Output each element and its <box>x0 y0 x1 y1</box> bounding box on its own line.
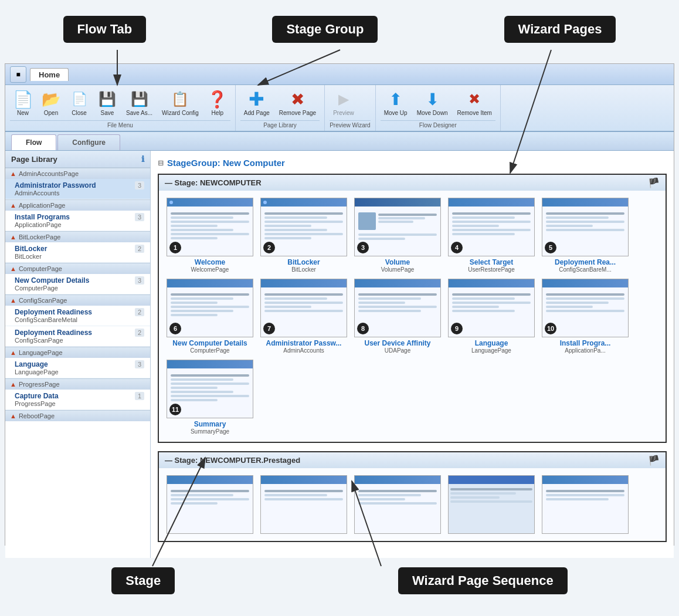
wizard-config-label: Wizard Config <box>162 110 199 117</box>
wizard-config-icon: 📋 <box>171 90 189 109</box>
configure-tab[interactable]: Configure <box>57 134 120 150</box>
page-name-1: Welcome <box>195 258 225 266</box>
sidebar-item-deploy2-sub: ConfigScanPage <box>15 337 92 344</box>
sidebar-category-expand-reboot: ▲ <box>10 412 16 419</box>
save-label: Save <box>101 110 114 117</box>
wizard-page-sequence-annotation: Wizard Page Sequence <box>398 567 568 594</box>
page-thumbnail-4: 4 <box>448 198 535 256</box>
preview-wizard-label: Preview Wizard <box>330 120 370 128</box>
sidebar-item-computer-name: New Computer Details <box>15 276 89 285</box>
flow-tab[interactable]: Flow <box>11 134 56 150</box>
file-menu-label: File Menu <box>10 120 230 128</box>
move-down-button[interactable]: ⬇ Move Down <box>413 87 451 119</box>
page-card-5[interactable]: 5 Deployment Rea... ConfigScanBareM... <box>541 198 629 273</box>
page-name-10: Install Progra... <box>560 339 611 347</box>
close-icon: 📄 <box>70 90 89 109</box>
sidebar-item-deploy-ready-2[interactable]: Deployment Readiness ConfigScanPage 2 <box>5 326 150 347</box>
help-button[interactable]: ❓ Help <box>205 87 230 119</box>
add-page-button[interactable]: ✚ Add Page <box>240 87 273 119</box>
sidebar-item-deploy1-count: 2 <box>135 308 144 316</box>
sidebar-category-expand-admin: ▲ <box>10 170 16 177</box>
close-button[interactable]: 📄 Close <box>66 87 92 119</box>
page-card-9[interactable]: 9 Language LanguagePage <box>447 279 535 354</box>
page-card-11[interactable]: 11 Summary SummaryPage <box>166 360 254 435</box>
open-button[interactable]: 📂 Open <box>38 87 64 119</box>
page-card-10[interactable]: 10 Install Progra... ApplicationPa... <box>541 279 629 354</box>
page-card-6[interactable]: 6 New Computer Details ComputerPage <box>166 279 254 354</box>
new-label: New <box>17 110 29 117</box>
remove-page-button[interactable]: ✖ Remove Page <box>276 87 320 119</box>
sidebar-category-label-language: LanguagePage <box>19 349 63 356</box>
preview-button[interactable]: ▶ Preview <box>330 87 358 119</box>
sidebar-item-computer-details[interactable]: New Computer Details ComputerPage 3 <box>5 274 150 295</box>
stage-block-prestaged: — Stage: NEWCOMPUTER.Prestaged 🏴 <box>158 451 667 542</box>
sidebar-item-language-count: 3 <box>135 360 144 368</box>
page-card-2[interactable]: 2 BitLocker BitLocker <box>260 198 348 273</box>
page-number-10: 10 <box>545 323 556 334</box>
stage-name-prestaged: — Stage: NEWCOMPUTER.Prestaged <box>165 456 300 465</box>
app-menu-button[interactable]: ■ <box>10 66 26 83</box>
open-icon: 📂 <box>42 90 60 109</box>
page-type-2: BitLocker <box>291 266 316 273</box>
page-card-3[interactable]: 3 Volume VolumePage <box>354 198 442 273</box>
sidebar-header: Page Library ℹ <box>5 151 150 168</box>
sidebar-item-computer-sub: ComputerPage <box>15 285 89 292</box>
page-card-p3[interactable] <box>354 475 442 534</box>
move-up-button[interactable]: ⬆ Move Up <box>381 87 411 119</box>
sidebar-item-language-name: Language <box>15 360 59 368</box>
stage-group-name: StageGroup: New Computer <box>167 158 285 168</box>
page-card-p1[interactable] <box>166 475 254 534</box>
page-type-7: AdminAccounts <box>283 347 324 354</box>
save-button[interactable]: 💾 Save <box>94 87 120 119</box>
page-card-p2[interactable] <box>260 475 348 534</box>
move-up-label: Move Up <box>384 110 408 117</box>
sidebar-info-icon[interactable]: ℹ <box>141 154 144 164</box>
remove-page-label: Remove Page <box>279 110 316 117</box>
stage-name-newcomputer: — Stage: NEWCOMPUTER <box>165 178 262 187</box>
content-area: Page Library ℹ ▲ AdminAccountsPage Admin… <box>5 151 674 558</box>
home-tab[interactable]: Home <box>30 68 69 81</box>
collapse-button[interactable]: ⊟ <box>158 159 164 167</box>
save-as-label: Save As... <box>126 110 152 117</box>
sidebar-item-language[interactable]: Language LanguagePage 3 <box>5 358 150 378</box>
page-card-8[interactable]: 8 User Device Affinity UDAPage <box>354 279 442 354</box>
new-button[interactable]: 📄 New <box>10 87 36 119</box>
page-name-5: Deployment Rea... <box>555 258 616 266</box>
page-thumbnail-5: 5 <box>542 198 629 256</box>
sidebar-title: Page Library <box>11 155 57 164</box>
sidebar-item-deploy2-count: 2 <box>135 329 144 337</box>
page-thumbnail-1: 1 <box>167 198 253 256</box>
sidebar-item-deploy1-name: Deployment Readiness <box>15 308 92 316</box>
page-thumbnail-p4 <box>448 475 535 534</box>
stage-flag-newcomputer: 🏴 <box>648 177 660 188</box>
sidebar-item-install-sub: ApplicationPage <box>15 221 70 228</box>
flow-designer-label: Flow Designer <box>381 120 495 128</box>
sidebar-item-install-count: 3 <box>135 213 144 221</box>
page-card-7[interactable]: 7 Administrator Passw... AdminAccounts <box>260 279 348 354</box>
page-type-11: SummaryPage <box>191 428 229 435</box>
page-card-p4[interactable] <box>447 475 535 534</box>
save-as-icon: 💾 <box>130 90 149 109</box>
open-label: Open <box>44 110 58 117</box>
page-thumbnail-p5 <box>542 475 629 534</box>
sidebar-item-admin-password[interactable]: Administrator Password AdminAccounts 3 <box>5 179 150 199</box>
save-as-button[interactable]: 💾 Save As... <box>123 87 156 119</box>
sidebar-item-capture-data[interactable]: Capture Data ProgressPage 1 <box>5 390 150 410</box>
page-card-p5[interactable] <box>541 475 629 534</box>
sidebar-item-deploy-ready-1[interactable]: Deployment Readiness ConfigScanBareMetal… <box>5 306 150 326</box>
page-card-4[interactable]: 4 Select Target UserRestorePage <box>447 198 535 273</box>
page-name-6: New Computer Details <box>172 339 247 347</box>
ribbon: 📄 New 📂 Open 📄 Close 💾 Save 💾 Sav <box>5 85 674 132</box>
sidebar-item-admin-name: Administrator Password <box>15 181 96 189</box>
remove-item-button[interactable]: ✖ Remove Item <box>453 87 495 119</box>
sidebar-item-install-programs[interactable]: Install Programs ApplicationPage 3 <box>5 211 150 231</box>
stage-pages-grid-prestaged <box>159 468 666 541</box>
page-name-2: BitLocker <box>287 258 320 266</box>
sidebar-item-bitlocker[interactable]: BitLocker BitLocker 2 <box>5 242 150 263</box>
sidebar-category-expand-language: ▲ <box>10 349 16 356</box>
sidebar-category-label-bitlocker: BitLockerPage <box>19 233 61 241</box>
wizard-config-button[interactable]: 📋 Wizard Config <box>158 87 202 119</box>
page-card-1[interactable]: 1 Welcome WelcomePage <box>166 198 254 273</box>
preview-icon: ▶ <box>334 90 353 109</box>
sidebar-category-label-admin: AdminAccountsPage <box>19 170 79 177</box>
